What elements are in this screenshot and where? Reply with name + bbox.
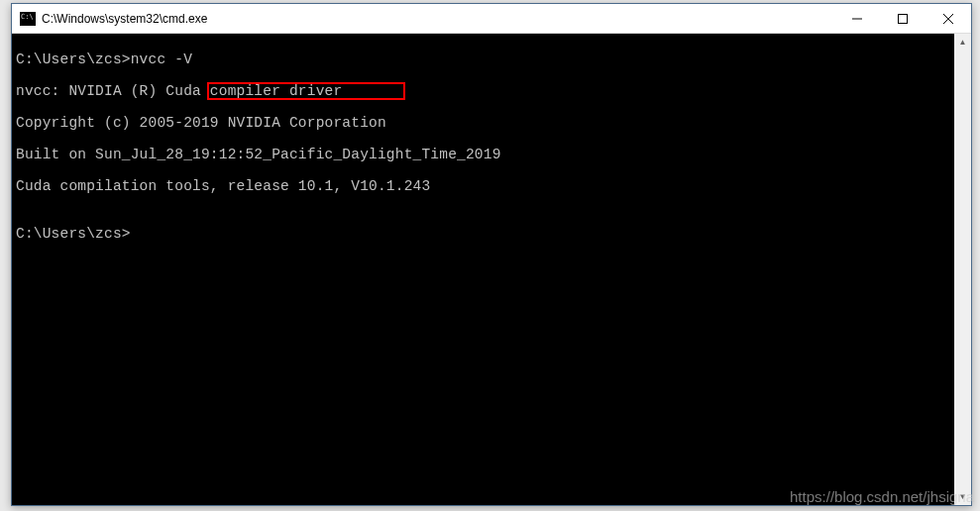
prompt: C:\Users\zcs>: [16, 51, 131, 67]
output-line-prefix: Cuda compilation tools,: [16, 178, 219, 194]
cmd-window: C:\Windows\system32\cmd.exe C:\Users\zcs…: [11, 3, 972, 506]
vertical-scrollbar[interactable]: ▲ ▼: [954, 34, 971, 505]
cmd-icon: [20, 12, 36, 26]
terminal-area[interactable]: C:\Users\zcs>nvcc -V nvcc: NVIDIA (R) Cu…: [12, 34, 971, 505]
svg-rect-1: [899, 14, 908, 23]
prompt: C:\Users\zcs>: [16, 226, 131, 242]
close-button[interactable]: [926, 4, 971, 33]
output-line-highlight: release 10.1, V10.1.243: [219, 178, 431, 194]
scroll-up-arrow[interactable]: ▲: [954, 34, 971, 51]
scroll-down-arrow[interactable]: ▼: [954, 488, 971, 505]
output-line: Built on Sun_Jul_28_19:12:52_Pacific_Day…: [16, 147, 950, 162]
scroll-track[interactable]: [954, 51, 971, 488]
command-text: nvcc -V: [131, 51, 192, 67]
output-line: nvcc: NVIDIA (R) Cuda compiler driver: [16, 83, 950, 99]
titlebar[interactable]: C:\Windows\system32\cmd.exe: [12, 4, 971, 34]
minimize-button[interactable]: [834, 4, 880, 33]
output-line: Copyright (c) 2005-2019 NVIDIA Corporati…: [16, 115, 950, 131]
terminal-output: C:\Users\zcs>nvcc -V nvcc: NVIDIA (R) Cu…: [12, 34, 954, 505]
window-title: C:\Windows\system32\cmd.exe: [42, 12, 834, 26]
window-controls: [834, 4, 971, 33]
maximize-button[interactable]: [880, 4, 926, 33]
